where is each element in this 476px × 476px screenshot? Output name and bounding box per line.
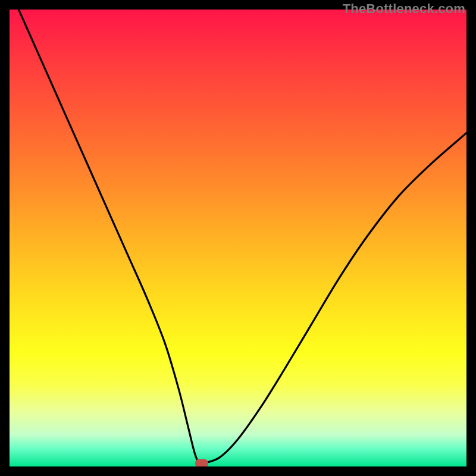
watermark-text: TheBottleneck.com	[343, 1, 465, 17]
chart-frame	[0, 0, 476, 476]
